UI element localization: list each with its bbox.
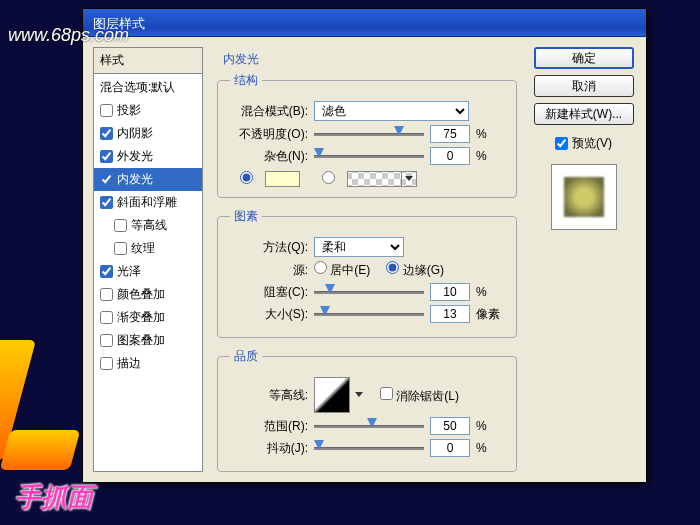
slider-opacity[interactable] (314, 125, 424, 143)
style-item-5[interactable]: 斜面和浮雕 (94, 191, 202, 214)
layer-style-dialog: 图层样式 样式 混合选项:默认投影内阴影外发光内发光斜面和浮雕等高线纹理光泽颜色… (82, 8, 647, 483)
watermark-bottom: 手抓面 (15, 480, 93, 515)
style-item-0[interactable]: 混合选项:默认 (94, 76, 202, 99)
radio-source-center[interactable]: 居中(E) (314, 261, 370, 279)
style-item-12[interactable]: 描边 (94, 352, 202, 375)
slider-choke[interactable] (314, 283, 424, 301)
group-elements: 图素 方法(Q): 柔和 源: 居中(E) 边缘(G) 阻塞(C): 10 % (217, 208, 517, 338)
new-style-button[interactable]: 新建样式(W)... (534, 103, 634, 125)
input-choke[interactable]: 10 (430, 283, 470, 301)
preview-thumbnail (564, 177, 604, 217)
radio-solid-color[interactable] (240, 171, 253, 187)
radio-gradient[interactable] (322, 171, 335, 187)
style-item-11[interactable]: 图案叠加 (94, 329, 202, 352)
checkbox-preview[interactable]: 预览(V) (555, 135, 612, 152)
input-jitter[interactable]: 0 (430, 439, 470, 457)
group-quality: 品质 等高线: 消除锯齿(L) 范围(R): 50 % 抖动(J): 0 % (217, 348, 517, 472)
slider-jitter[interactable] (314, 439, 424, 457)
style-checkbox-5[interactable] (100, 196, 113, 209)
watermark-top: www.68ps.com (8, 25, 129, 46)
section-title: 内发光 (217, 51, 517, 68)
style-label: 斜面和浮雕 (117, 194, 177, 211)
style-item-1[interactable]: 投影 (94, 99, 202, 122)
group-structure: 结构 混合模式(B): 滤色 不透明度(O): 75 % 杂色(N): 0 % (217, 72, 517, 198)
style-label: 颜色叠加 (117, 286, 165, 303)
style-checkbox-7[interactable] (114, 242, 127, 255)
style-item-8[interactable]: 光泽 (94, 260, 202, 283)
styles-header: 样式 (94, 48, 202, 74)
label-size: 大小(S): (230, 306, 308, 323)
select-technique[interactable]: 柔和 (314, 237, 404, 257)
style-label: 渐变叠加 (117, 309, 165, 326)
style-checkbox-6[interactable] (114, 219, 127, 232)
style-item-4[interactable]: 内发光 (94, 168, 202, 191)
style-item-7[interactable]: 纹理 (94, 237, 202, 260)
styles-panel: 样式 混合选项:默认投影内阴影外发光内发光斜面和浮雕等高线纹理光泽颜色叠加渐变叠… (93, 47, 203, 472)
cancel-button[interactable]: 取消 (534, 75, 634, 97)
unit-percent: % (476, 149, 504, 163)
main-panel: 内发光 结构 混合模式(B): 滤色 不透明度(O): 75 % 杂色(N): … (211, 47, 523, 472)
legend-quality: 品质 (230, 348, 262, 365)
slider-noise[interactable] (314, 147, 424, 165)
chevron-down-icon[interactable] (355, 392, 363, 397)
style-label: 描边 (117, 355, 141, 372)
label-jitter: 抖动(J): (230, 440, 308, 457)
gradient-swatch[interactable] (347, 171, 417, 187)
checkbox-antialias[interactable]: 消除锯齿(L) (380, 377, 459, 405)
legend-elements: 图素 (230, 208, 262, 225)
input-size[interactable]: 13 (430, 305, 470, 323)
label-contour: 等高线: (230, 377, 308, 404)
style-checkbox-1[interactable] (100, 104, 113, 117)
style-checkbox-8[interactable] (100, 265, 113, 278)
style-label: 投影 (117, 102, 141, 119)
label-noise: 杂色(N): (230, 148, 308, 165)
legend-structure: 结构 (230, 72, 262, 89)
style-label: 内阴影 (117, 125, 153, 142)
style-checkbox-11[interactable] (100, 334, 113, 347)
radio-source-edge[interactable]: 边缘(G) (386, 261, 444, 279)
style-checkbox-2[interactable] (100, 127, 113, 140)
style-checkbox-4[interactable] (100, 173, 113, 186)
style-item-6[interactable]: 等高线 (94, 214, 202, 237)
style-label: 外发光 (117, 148, 153, 165)
label-opacity: 不透明度(O): (230, 126, 308, 143)
input-noise[interactable]: 0 (430, 147, 470, 165)
style-checkbox-10[interactable] (100, 311, 113, 324)
right-panel: 确定 取消 新建样式(W)... 预览(V) (531, 47, 636, 472)
style-label: 混合选项:默认 (100, 79, 175, 96)
unit-percent: % (476, 285, 504, 299)
contour-picker[interactable] (314, 377, 350, 413)
label-source: 源: (230, 262, 308, 279)
preview-box (551, 164, 617, 230)
label-choke: 阻塞(C): (230, 284, 308, 301)
unit-percent: % (476, 441, 504, 455)
style-label: 等高线 (131, 217, 167, 234)
label-technique: 方法(Q): (230, 239, 308, 256)
select-blend-mode[interactable]: 滤色 (314, 101, 469, 121)
color-swatch[interactable] (265, 171, 300, 187)
style-label: 纹理 (131, 240, 155, 257)
style-item-10[interactable]: 渐变叠加 (94, 306, 202, 329)
slider-size[interactable] (314, 305, 424, 323)
style-label: 图案叠加 (117, 332, 165, 349)
titlebar[interactable]: 图层样式 (83, 9, 646, 37)
style-item-2[interactable]: 内阴影 (94, 122, 202, 145)
unit-px: 像素 (476, 306, 504, 323)
input-range[interactable]: 50 (430, 417, 470, 435)
label-range: 范围(R): (230, 418, 308, 435)
slider-range[interactable] (314, 417, 424, 435)
chevron-down-icon[interactable] (405, 176, 413, 181)
style-item-9[interactable]: 颜色叠加 (94, 283, 202, 306)
style-checkbox-3[interactable] (100, 150, 113, 163)
style-item-3[interactable]: 外发光 (94, 145, 202, 168)
label-blend-mode: 混合模式(B): (230, 103, 308, 120)
style-label: 内发光 (117, 171, 153, 188)
unit-percent: % (476, 127, 504, 141)
unit-percent: % (476, 419, 504, 433)
input-opacity[interactable]: 75 (430, 125, 470, 143)
ok-button[interactable]: 确定 (534, 47, 634, 69)
style-checkbox-9[interactable] (100, 288, 113, 301)
style-checkbox-12[interactable] (100, 357, 113, 370)
style-label: 光泽 (117, 263, 141, 280)
